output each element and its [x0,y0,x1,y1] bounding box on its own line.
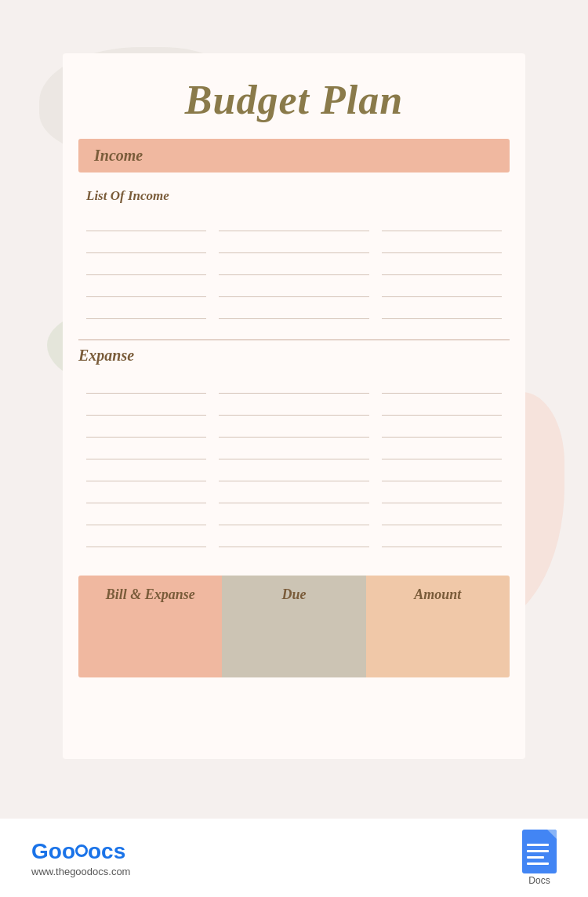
expense-row-8 [86,530,502,547]
expense-cell-3-1[interactable] [86,420,206,438]
footer: Gooocs www.thegoodocs.com Docs [0,819,588,897]
expense-row-5 [86,464,502,481]
income-section-header: Income [78,139,510,172]
expense-cell-2-3[interactable] [382,398,502,416]
expense-cell-1-1[interactable] [86,376,206,394]
expense-cell-7-2[interactable] [219,508,369,525]
logo-docs-text: ocs [88,839,125,863]
income-row-1 [86,214,502,231]
logo: Gooocs [31,839,125,864]
income-cell-4-2[interactable] [219,280,369,297]
docs-fold-icon [547,830,557,839]
income-cell-1-3[interactable] [382,214,502,231]
income-cell-4-1[interactable] [86,280,206,297]
expense-cell-6-1[interactable] [86,486,206,503]
docs-line-2 [527,850,549,852]
expense-cell-4-1[interactable] [86,442,206,459]
expense-row-4 [86,442,502,459]
expense-cell-1-2[interactable] [219,376,369,394]
docs-label: Docs [528,875,550,886]
expense-cell-4-3[interactable] [382,442,502,459]
income-cell-4-3[interactable] [382,280,502,297]
logo-container: Gooocs www.thegoodocs.com [31,839,130,877]
expense-lines-area [63,372,525,560]
expense-row-6 [86,486,502,503]
income-row-3 [86,258,502,275]
income-cell-1-1[interactable] [86,214,206,231]
summary-box-amount[interactable]: Amount [366,576,510,677]
expense-cell-5-3[interactable] [382,464,502,481]
income-subsection-label: List Of Income [63,184,525,210]
income-cell-1-2[interactable] [219,214,369,231]
docs-icon-wrapper: Docs [522,830,557,886]
expense-cell-7-1[interactable] [86,508,206,525]
page-title: Budget Plan [63,53,525,139]
income-cell-5-3[interactable] [382,302,502,319]
expense-header-label: Expanse [63,340,525,372]
expense-row-2 [86,398,502,416]
expense-cell-8-3[interactable] [382,530,502,547]
expense-cell-8-2[interactable] [219,530,369,547]
expense-cell-5-2[interactable] [219,464,369,481]
income-cell-3-1[interactable] [86,258,206,275]
summary-amount-label: Amount [414,586,461,603]
expense-cell-2-1[interactable] [86,398,206,416]
expense-cell-4-2[interactable] [219,442,369,459]
expense-cell-7-3[interactable] [382,508,502,525]
income-cell-5-1[interactable] [86,302,206,319]
expense-cell-1-3[interactable] [382,376,502,394]
logo-circle-icon [75,844,88,857]
docs-file-icon [522,830,557,873]
summary-box-bill[interactable]: Bill & Expanse [78,576,222,677]
main-card: Budget Plan Income List Of Income [63,53,525,759]
expense-cell-3-3[interactable] [382,420,502,438]
page-background: Budget Plan Income List Of Income [0,0,588,897]
summary-boxes-container: Bill & Expanse Due Amount [78,576,510,677]
income-cell-2-1[interactable] [86,236,206,253]
income-cell-2-3[interactable] [382,236,502,253]
summary-due-label: Due [281,586,306,603]
income-cell-2-2[interactable] [219,236,369,253]
expense-cell-2-2[interactable] [219,398,369,416]
footer-url: www.thegoodocs.com [31,866,130,877]
expense-row-1 [86,376,502,394]
expense-cell-6-3[interactable] [382,486,502,503]
expense-row-3 [86,420,502,438]
docs-line-3 [527,856,544,859]
summary-box-due[interactable]: Due [222,576,365,677]
income-row-2 [86,236,502,253]
expense-cell-8-1[interactable] [86,530,206,547]
income-row-4 [86,280,502,297]
expense-cell-5-1[interactable] [86,464,206,481]
summary-bill-label: Bill & Expanse [106,586,195,603]
expense-cell-6-2[interactable] [219,486,369,503]
expense-row-7 [86,508,502,525]
income-cell-3-3[interactable] [382,258,502,275]
docs-line-1 [527,844,549,846]
income-row-5 [86,302,502,319]
income-header-label: Income [94,147,143,164]
income-cell-3-2[interactable] [219,258,369,275]
income-cell-5-2[interactable] [219,302,369,319]
income-lines-area [63,210,525,332]
logo-goo: Goo [31,839,75,863]
docs-line-4 [527,862,549,865]
expense-cell-3-2[interactable] [219,420,369,438]
